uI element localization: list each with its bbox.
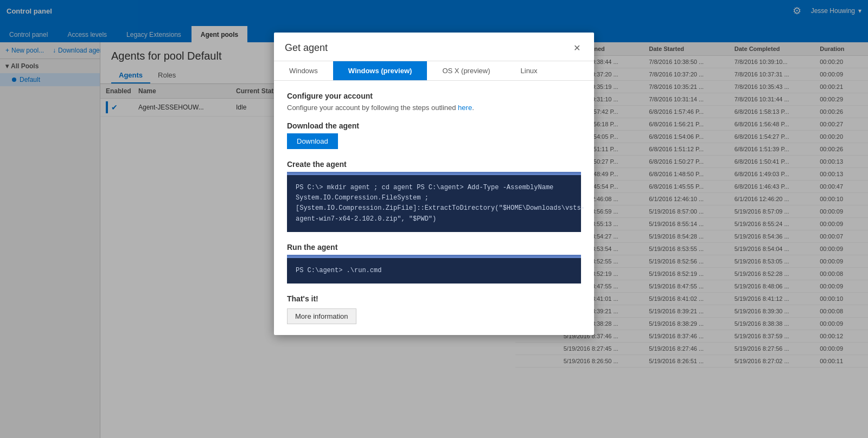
modal-title: Get agent <box>285 42 328 54</box>
configure-desc: Configure your account by following the … <box>287 104 581 112</box>
modal-header: Get agent ✕ <box>274 33 594 61</box>
modal-tab-linux[interactable]: Linux <box>506 61 553 80</box>
modal-tab-osx[interactable]: OS X (preview) <box>427 61 505 80</box>
modal-body: Configure your account Configure your ac… <box>274 81 594 335</box>
create-code-block: PS C:\> mkdir agent ; cd agent PS C:\age… <box>287 173 581 232</box>
configure-section-title: Configure your account <box>287 92 581 100</box>
here-link[interactable]: here <box>458 104 472 112</box>
thats-it-label: That's it! <box>287 294 581 303</box>
modal-close-button[interactable]: ✕ <box>570 41 583 54</box>
download-button[interactable]: Download <box>287 133 338 149</box>
run-code-block: PS C:\agent> .\run.cmd <box>287 256 581 284</box>
more-information-button[interactable]: More information <box>287 308 356 324</box>
modal-tab-windows[interactable]: Windows <box>274 61 333 80</box>
download-section-title: Download the agent <box>287 121 581 130</box>
modal-tabs: Windows Windows (preview) OS X (preview)… <box>274 61 594 81</box>
run-section-title: Run the agent <box>287 243 581 252</box>
modal-tab-windows-preview[interactable]: Windows (preview) <box>333 61 427 80</box>
create-section-title: Create the agent <box>287 160 581 169</box>
get-agent-modal: Get agent ✕ Windows Windows (preview) OS… <box>274 33 594 335</box>
modal-overlay: Get agent ✕ Windows Windows (preview) OS… <box>0 0 868 438</box>
